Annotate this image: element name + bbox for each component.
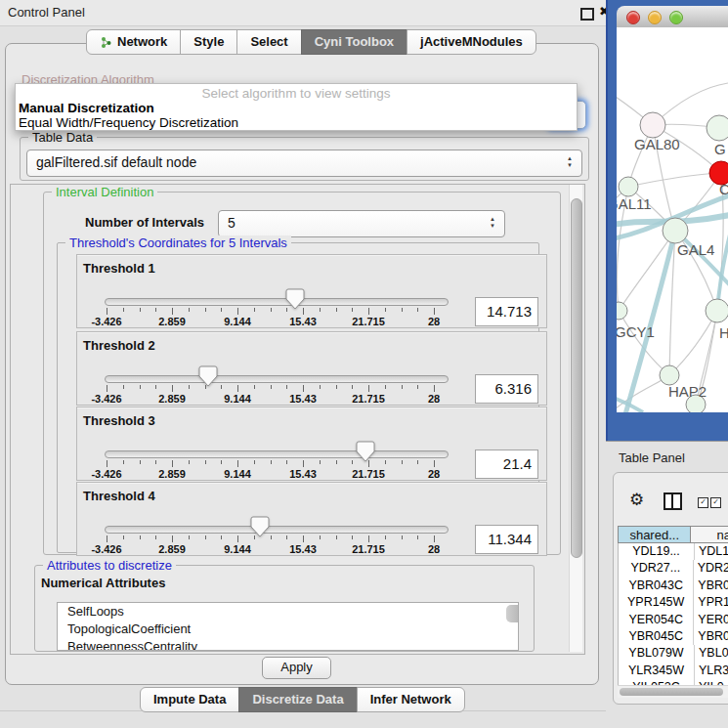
column-header-shared[interactable]: shared...: [618, 526, 691, 543]
table-row[interactable]: YBL079WYBL0: [619, 645, 728, 662]
tab-impute-data[interactable]: Impute Data: [140, 687, 239, 712]
slider-track[interactable]: [105, 526, 449, 534]
threshold-value-field[interactable]: 21.4: [475, 450, 538, 479]
network-node-label: GAL80: [634, 136, 680, 152]
control-panel: Control Panel ✖ Network Style Select Cyn…: [0, 0, 606, 728]
checkbox-icon[interactable]: ✓: [698, 497, 708, 508]
network-window-titlebar[interactable]: [617, 6, 728, 28]
network-node[interactable]: [706, 299, 728, 322]
algorithm-dropdown-popup: Select algorithm to view settings Manual…: [15, 83, 578, 131]
threshold-panel-2: Threshold 2 -3.4262.8599.14415.4321.7152…: [76, 331, 547, 406]
number-of-intervals-label: Number of Intervals: [85, 215, 204, 230]
table-row[interactable]: YPR145WYPR1: [619, 594, 728, 611]
table-panel-window: ⚙ ✓ ✓ shared... na YDL19...YDL1YDR27...Y…: [613, 472, 728, 705]
close-traffic-light[interactable]: [626, 11, 640, 24]
tab-label: Network: [117, 30, 167, 54]
threshold-label: Threshold 1: [83, 261, 155, 276]
network-node-label: H: [719, 324, 728, 341]
checkbox-icon[interactable]: ✓: [710, 497, 721, 508]
slider-track[interactable]: [105, 450, 449, 458]
network-icon: [100, 36, 112, 49]
network-node-label: C: [719, 181, 728, 197]
float-window-icon[interactable]: [580, 8, 594, 21]
column-header-name[interactable]: na: [690, 526, 728, 543]
attribute-list-item[interactable]: SelfLoops: [58, 603, 518, 621]
attribute-list-item[interactable]: TopologicalCoefficient: [58, 621, 518, 638]
scrollbar-thumb[interactable]: [571, 198, 582, 558]
threshold-label: Threshold 2: [83, 338, 155, 353]
scrollbar-thumb[interactable]: [620, 688, 723, 696]
interval-definition-label: Interval Definition: [52, 185, 157, 199]
numerical-attributes-label: Numerical Attributes: [41, 576, 165, 590]
bottom-tabbar: Impute Data Discretize Data Infer Networ…: [140, 687, 465, 712]
split-columns-icon[interactable]: [664, 492, 682, 510]
table-row[interactable]: YER054CYER0: [619, 612, 728, 628]
network-node[interactable]: [617, 302, 627, 320]
tab-label: jActiveMNodules: [420, 30, 523, 54]
attributes-group: Attributes to discretize Numerical Attri…: [34, 565, 535, 652]
dropdown-option-equal-width[interactable]: Equal Width/Frequency Discretization: [19, 115, 238, 130]
table-row[interactable]: YBR045CYBR0: [619, 628, 728, 645]
list-scrollbar-thumb[interactable]: [506, 605, 519, 622]
network-canvas[interactable]: GAL80GCGAL11GAL4GCY1HHAP2: [617, 27, 728, 412]
network-node-label: GAL11: [617, 195, 652, 212]
slider-track[interactable]: [105, 298, 449, 306]
network-node-label: GAL4: [677, 241, 714, 258]
tab-infer-network[interactable]: Infer Network: [357, 687, 465, 712]
slider-handle[interactable]: [250, 516, 270, 537]
tab-label: Discretize Data: [252, 688, 343, 711]
network-node[interactable]: [640, 112, 665, 138]
slider-handle[interactable]: [356, 441, 375, 462]
panel-title: Control Panel: [8, 5, 85, 20]
network-graph: GAL80GCGAL11GAL4GCY1HHAP2: [617, 27, 728, 412]
tab-discretize-data[interactable]: Discretize Data: [238, 687, 357, 712]
stepper-arrows-icon: ▲▼: [566, 155, 574, 169]
interval-definition-group: Interval Definition Number of Intervals …: [43, 192, 561, 555]
control-panel-titlebar: Control Panel ✖: [0, 0, 606, 26]
table-row[interactable]: YDL19...YDL1: [619, 543, 728, 560]
slider-handle[interactable]: [198, 365, 218, 387]
thresholds-group: Threshold's Coordinates for 5 Intervals …: [57, 242, 539, 553]
network-node[interactable]: [663, 218, 688, 243]
dropdown-placeholder: Select algorithm to view settings: [16, 86, 577, 101]
threshold-value-field[interactable]: 14.713: [475, 297, 538, 326]
gear-icon[interactable]: ⚙: [629, 490, 644, 510]
threshold-value-field[interactable]: 6.316: [475, 374, 538, 404]
tab-select[interactable]: Select: [236, 29, 301, 55]
network-node[interactable]: [707, 115, 728, 141]
table-data-group-label: Table Data: [28, 130, 97, 145]
horizontal-scrollbar[interactable]: [618, 685, 728, 698]
apply-button[interactable]: Apply: [262, 657, 331, 679]
network-node[interactable]: [660, 365, 679, 385]
zoom-traffic-light[interactable]: [669, 11, 683, 24]
tab-jactivemnodules[interactable]: jActiveMNodules: [407, 29, 536, 55]
thresholds-group-label: Threshold's Coordinates for 5 Intervals: [65, 236, 291, 250]
table-row[interactable]: YLR345WYLR3: [619, 663, 728, 679]
number-of-intervals-combobox[interactable]: 5 ▲▼: [218, 210, 505, 237]
threshold-label: Threshold 4: [83, 489, 155, 503]
attributes-group-label: Attributes to discretize: [43, 558, 176, 573]
slider-handle[interactable]: [285, 288, 305, 310]
network-node[interactable]: [619, 177, 638, 196]
table-header-row: shared... na: [618, 526, 728, 543]
minimize-traffic-light[interactable]: [648, 11, 662, 24]
network-node-label: GCY1: [617, 323, 655, 340]
vertical-scrollbar[interactable]: [569, 185, 582, 652]
numerical-attributes-list[interactable]: SelfLoopsTopologicalCoefficientBetweenne…: [57, 602, 519, 651]
attribute-list-item[interactable]: BetweennessCentrality: [58, 638, 518, 651]
table-data-combobox[interactable]: galFiltered.sif default node ▲▼: [26, 150, 582, 177]
tab-cyni-toolbox[interactable]: Cyni Toolbox: [301, 29, 407, 55]
tab-label: Style: [193, 30, 224, 54]
threshold-label: Threshold 3: [83, 413, 155, 428]
table-panel-title: Table Panel: [619, 450, 685, 465]
slider-track[interactable]: [105, 375, 449, 383]
tab-network[interactable]: Network: [86, 29, 181, 55]
tab-label: Impute Data: [153, 688, 226, 711]
table-row[interactable]: YBR043CYBR0: [619, 578, 728, 594]
table-row[interactable]: YDR27...YDR2: [619, 560, 728, 577]
tab-style[interactable]: Style: [180, 29, 237, 55]
dropdown-option-manual[interactable]: Manual Discretization: [19, 101, 154, 115]
threshold-value-field[interactable]: 11.344: [475, 525, 538, 554]
table-data-group: Table Data galFiltered.sif default node …: [20, 137, 589, 181]
table-rows: YDL19...YDL1YDR27...YDR2YBR043CYBR0YPR14…: [618, 543, 728, 685]
